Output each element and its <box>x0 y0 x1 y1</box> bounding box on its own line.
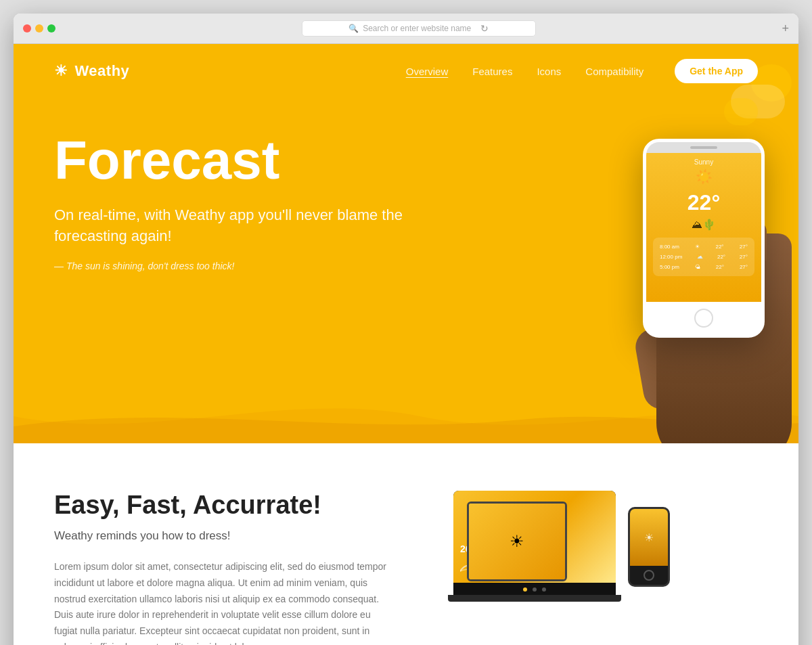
address-text: Search or enter website name <box>363 24 471 33</box>
get-app-button[interactable]: Get the App <box>675 59 758 83</box>
mobile-small-mockup: ☀ <box>628 507 670 587</box>
close-button[interactable] <box>23 24 31 32</box>
forecast-row-1: 8:00 am ☀ 22° 27° <box>657 242 750 252</box>
logo-text: Weathy <box>75 62 130 80</box>
features-image: 26° <box>433 491 690 640</box>
search-icon: 🔍 <box>348 24 359 33</box>
forecast-time-2: 12:00 pm <box>660 254 682 260</box>
features-text: Easy, Fast, Accurrate! Weathy reminds yo… <box>54 491 392 645</box>
features-title: Easy, Fast, Accurrate! <box>54 491 392 520</box>
forecast-high-1: 22° <box>715 244 723 250</box>
hero-text: Forecast On real-time, with Weathy app y… <box>54 112 433 271</box>
devices-mockup: 26° <box>453 491 670 640</box>
nav-compatibility[interactable]: Compatibility <box>585 66 644 77</box>
forecast-row-3: 5:00 pm 🌤 22° 27° <box>657 262 750 272</box>
nav-overview[interactable]: Overview <box>406 66 449 77</box>
features-inner: Easy, Fast, Accurrate! Weathy reminds yo… <box>54 491 758 645</box>
hero-subtitle: On real-time, with Weathy app you'll nev… <box>54 205 433 247</box>
phone-bottom <box>646 302 761 334</box>
hero-section: ☀ Weathy Overview Features Icons Compati… <box>14 44 798 443</box>
address-bar[interactable]: 🔍 Search or enter website name ↻ <box>302 20 536 37</box>
phone-forecast-list: 8:00 am ☀ 22° 27° 12:00 pm ⛅ 22° 27° <box>653 238 754 276</box>
maximize-button[interactable] <box>47 24 55 32</box>
forecast-icon-2: ⛅ <box>696 254 703 260</box>
browser-dots <box>23 24 55 32</box>
features-body: Lorem ipsum dolor sit amet, consectetur … <box>54 559 392 645</box>
hero-content: Forecast On real-time, with Weathy app y… <box>14 98 798 396</box>
nav-icons[interactable]: Icons <box>537 66 561 77</box>
phone-home-button[interactable] <box>694 309 713 328</box>
phone-mockup: Sunny ☀️ 22° ⛰🌵 8:00 am ☀ 22° 27° <box>643 139 765 338</box>
hero-title: Forecast <box>54 132 433 189</box>
navbar: ☀ Weathy Overview Features Icons Compati… <box>14 44 798 98</box>
browser-window: 🔍 Search or enter website name ↻ + ☀ Wea… <box>14 14 798 645</box>
phone-sun-icon: ☀️ <box>653 169 754 185</box>
phone-condition: Sunny <box>653 158 754 166</box>
new-tab-button[interactable]: + <box>782 22 789 36</box>
reload-icon[interactable]: ↻ <box>480 23 489 34</box>
features-subtitle: Weathy reminds you how to dress! <box>54 529 392 543</box>
forecast-row-2: 12:00 pm ⛅ 22° 27° <box>657 252 750 262</box>
forecast-time-3: 5:00 pm <box>660 264 679 270</box>
logo-icon: ☀ <box>54 62 68 80</box>
phone-temperature: 22° <box>653 190 754 215</box>
hero-tagline: — The sun is shining, don't dress too th… <box>54 261 433 271</box>
minimize-button[interactable] <box>35 24 43 32</box>
browser-chrome: 🔍 Search or enter website name ↻ + <box>14 14 798 44</box>
tablet-mockup: ☀ <box>467 502 567 581</box>
phone-screen: Sunny ☀️ 22° ⛰🌵 8:00 am ☀ 22° 27° <box>646 153 761 302</box>
logo[interactable]: ☀ Weathy <box>54 62 129 80</box>
nav-features[interactable]: Features <box>472 66 512 77</box>
phone-hand-container: Sunny ☀️ 22° ⛰🌵 8:00 am ☀ 22° 27° <box>555 139 798 443</box>
forecast-high-2: 22° <box>717 254 725 260</box>
forecast-low-1: 27° <box>740 244 748 250</box>
forecast-icon-3: 🌤 <box>695 264 700 270</box>
nav-links: Overview Features Icons Compatibility Ge… <box>406 59 758 83</box>
features-section: Easy, Fast, Accurrate! Weathy reminds yo… <box>14 443 798 645</box>
forecast-high-3: 22° <box>716 264 724 270</box>
forecast-low-3: 27° <box>740 264 748 270</box>
forecast-time-1: 8:00 am <box>660 244 679 250</box>
forecast-low-2: 27° <box>740 254 748 260</box>
forecast-icon-1: ☀ <box>695 244 700 250</box>
laptop-base <box>448 595 621 602</box>
